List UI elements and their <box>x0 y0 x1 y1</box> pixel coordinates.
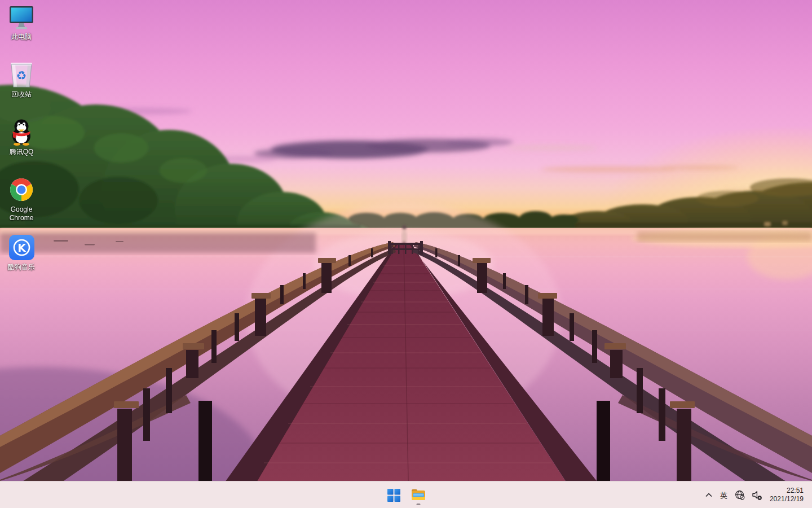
icon-label: 此电脑 <box>1 33 42 41</box>
running-indicator <box>417 503 421 505</box>
tray-volume[interactable] <box>752 491 762 500</box>
chrome-icon <box>1 175 42 203</box>
tray-network[interactable] <box>735 490 745 500</box>
globe-no-internet-icon <box>735 490 745 500</box>
windows-logo-icon <box>387 489 400 502</box>
icon-label: 酷狗音乐 <box>1 263 42 271</box>
wallpaper-sunset-pier <box>0 0 812 508</box>
taskbar: 英 <box>0 481 812 508</box>
svg-text:K: K <box>17 242 27 254</box>
qq-penguin-icon <box>1 117 42 146</box>
speaker-muted-icon <box>752 491 762 500</box>
svg-text:♻: ♻ <box>16 69 27 82</box>
icon-label: 回收站 <box>1 90 42 99</box>
file-explorer-icon <box>411 489 426 501</box>
tray-clock[interactable]: 22:51 2021/12/19 <box>770 487 804 503</box>
ime-label: 英 <box>720 492 727 499</box>
recycle-bin-icon: ♻ <box>1 60 42 88</box>
desktop-icon-google-chrome[interactable]: Google Chrome <box>1 175 42 222</box>
start-button[interactable] <box>382 484 405 506</box>
clock-time: 22:51 <box>770 487 804 495</box>
tray-chevron-up[interactable] <box>705 492 713 498</box>
icon-label: Google Chrome <box>1 205 42 222</box>
tray-ime-indicator[interactable]: 英 <box>720 492 727 499</box>
desktop-icon-kugou-music[interactable]: K 酷狗音乐 <box>1 233 42 271</box>
desktop-icon-tencent-qq[interactable]: 腾讯QQ <box>1 117 42 156</box>
this-pc-icon <box>1 2 42 30</box>
desktop-icon-this-pc[interactable]: 此电脑 <box>1 2 42 41</box>
chevron-up-icon <box>705 492 713 498</box>
kugou-icon: K <box>1 233 42 261</box>
clock-date: 2021/12/19 <box>770 495 804 503</box>
desktop-icon-recycle-bin[interactable]: ♻ 回收站 <box>1 60 42 99</box>
desktop: 此电脑 ♻ 回收站 <box>0 0 812 508</box>
icon-label: 腾讯QQ <box>1 148 42 156</box>
file-explorer-button[interactable] <box>407 484 430 506</box>
